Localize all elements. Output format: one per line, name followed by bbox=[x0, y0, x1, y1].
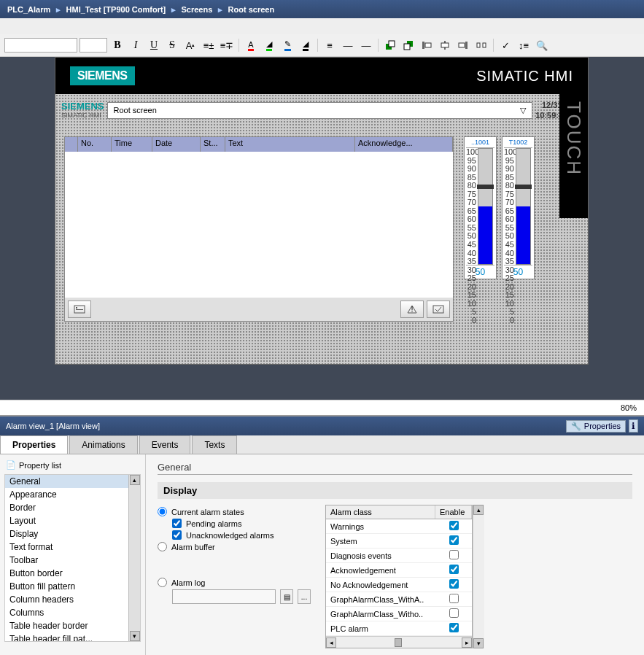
font-size-select[interactable] bbox=[79, 38, 107, 53]
gauge-widget[interactable]: ..1001 100959085807570656055504540353025… bbox=[464, 136, 497, 279]
property-list-scrollbar[interactable]: ▴ ▾ bbox=[128, 475, 140, 641]
fill-button[interactable]: ✎ bbox=[279, 37, 295, 53]
checkbox-unack-input[interactable] bbox=[172, 530, 182, 540]
underline-button[interactable]: U bbox=[146, 37, 162, 53]
distribute-button[interactable] bbox=[473, 37, 489, 53]
tab-properties[interactable]: Properties bbox=[0, 435, 68, 454]
radio-buffer[interactable]: Alarm buffer bbox=[158, 542, 311, 551]
alarm-view-object[interactable]: No. Time Date St... Text Acknowledge... … bbox=[64, 136, 454, 322]
alarm-class-row[interactable]: Diagnosis events bbox=[326, 549, 472, 563]
checkbox-unack[interactable]: Unacknowledged alarms bbox=[172, 530, 311, 540]
checkbox-pending[interactable]: Pending alarms bbox=[172, 519, 311, 528]
bold-button[interactable]: B bbox=[109, 37, 125, 53]
alarm-class-checkbox[interactable] bbox=[449, 608, 459, 618]
alarm-class-checkbox[interactable] bbox=[449, 623, 459, 632]
properties-tab-button[interactable]: 🔧 Properties bbox=[566, 420, 626, 433]
alarm-class-checkbox[interactable] bbox=[449, 550, 459, 559]
radio-current-input[interactable] bbox=[158, 507, 167, 516]
scroll-up-icon[interactable]: ▴ bbox=[473, 505, 484, 515]
alarm-log-browse-button[interactable]: ... bbox=[298, 589, 311, 604]
alarm-class-checkbox[interactable] bbox=[449, 594, 459, 603]
size-decrease-button[interactable]: ≡∓ bbox=[219, 37, 235, 53]
scroll-down-icon[interactable]: ▾ bbox=[130, 631, 140, 641]
zoom-button[interactable]: 🔍 bbox=[534, 37, 550, 53]
property-list-item[interactable]: Button border bbox=[5, 567, 140, 580]
alarm-col-text[interactable]: Text bbox=[225, 137, 355, 152]
layer-button[interactable] bbox=[382, 37, 398, 53]
alarm-class-row[interactable]: PLC alarm bbox=[326, 621, 472, 636]
hmi-screen-body[interactable]: TOUCH SIEMENS SIMATIC HMI Root screen ▽ … bbox=[55, 94, 588, 364]
property-list-item[interactable]: Button fill pattern bbox=[5, 580, 140, 593]
layer-button-2[interactable] bbox=[400, 37, 416, 53]
radio-current-states[interactable]: Current alarm states bbox=[158, 507, 311, 516]
alarm-ack-button[interactable] bbox=[427, 301, 450, 318]
valign-button[interactable]: — bbox=[340, 37, 356, 53]
property-list-item[interactable]: Layout bbox=[5, 514, 140, 527]
alarm-class-checkbox[interactable] bbox=[449, 535, 459, 545]
alarm-col-ack[interactable]: Acknowledge... bbox=[355, 137, 453, 152]
tool-button[interactable]: ✓ bbox=[497, 37, 513, 53]
strikethrough-button[interactable]: S bbox=[164, 37, 180, 53]
gauge-widget[interactable]: T1002 1009590858075706560555045403530252… bbox=[502, 136, 535, 279]
line-color-button[interactable]: ◢ bbox=[298, 37, 314, 53]
property-list-item[interactable]: Toolbar bbox=[5, 554, 140, 567]
radio-buffer-input[interactable] bbox=[158, 542, 167, 551]
property-list-item[interactable]: Columns bbox=[5, 606, 140, 619]
breadcrumb-item[interactable]: Root screen bbox=[228, 5, 275, 14]
tool-button-2[interactable]: ↕≡ bbox=[516, 37, 532, 53]
alarm-col-date[interactable]: Date bbox=[152, 137, 201, 152]
alarm-log-input[interactable] bbox=[172, 589, 276, 604]
italic-button[interactable]: I bbox=[128, 37, 144, 53]
alarm-class-col-header[interactable]: Alarm class bbox=[326, 505, 435, 519]
zoom-value[interactable]: 80% bbox=[621, 403, 637, 412]
alarm-class-checkbox[interactable] bbox=[449, 579, 459, 589]
alarm-class-checkbox[interactable] bbox=[449, 521, 459, 530]
align-left-button[interactable] bbox=[419, 37, 435, 53]
property-list-item[interactable]: Text format bbox=[5, 540, 140, 554]
property-list-item[interactable]: Display bbox=[5, 527, 140, 540]
alarm-col-no[interactable]: No. bbox=[78, 137, 112, 152]
highlight-button[interactable]: ◢ bbox=[261, 37, 277, 53]
tab-texts[interactable]: Texts bbox=[192, 435, 237, 454]
radio-log[interactable]: Alarm log bbox=[158, 578, 311, 587]
scroll-down-icon[interactable]: ▾ bbox=[473, 638, 484, 648]
scroll-left-icon[interactable]: ◂ bbox=[326, 637, 336, 648]
breadcrumb-item[interactable]: PLC_Alarm bbox=[7, 5, 50, 14]
property-list-header[interactable]: 📄 Property list bbox=[4, 459, 141, 471]
alarm-col-time[interactable]: Time bbox=[112, 137, 152, 152]
font-color-button[interactable]: A bbox=[243, 37, 259, 53]
align-center-button[interactable] bbox=[437, 37, 453, 53]
info-tab-button[interactable]: ℹ bbox=[629, 419, 638, 433]
alarm-col-indicator[interactable] bbox=[65, 137, 78, 152]
alarm-info-button[interactable] bbox=[68, 301, 91, 318]
alarm-log-list-button[interactable]: ▤ bbox=[280, 589, 293, 604]
alarm-class-checkbox[interactable] bbox=[449, 565, 459, 574]
alarm-class-row[interactable]: GraphAlarmClass_WithA.. bbox=[326, 592, 472, 607]
property-list-item[interactable]: General bbox=[5, 475, 140, 488]
checkbox-pending-input[interactable] bbox=[172, 519, 182, 528]
scroll-right-icon[interactable]: ▸ bbox=[462, 637, 472, 648]
property-list-item[interactable]: Table header fill pat... bbox=[5, 632, 140, 642]
alarm-class-row[interactable]: Warnings bbox=[326, 519, 472, 534]
outdent-button[interactable]: — bbox=[358, 37, 374, 53]
alarm-class-row[interactable]: No Acknowledgement bbox=[326, 578, 472, 592]
property-list-item[interactable]: Appearance bbox=[5, 488, 140, 501]
alarm-class-row[interactable]: GraphAlarmClass_Witho.. bbox=[326, 607, 472, 621]
enable-col-header[interactable]: Enable bbox=[435, 505, 472, 519]
alarm-class-row[interactable]: System bbox=[326, 534, 472, 549]
alarm-class-hscrollbar[interactable]: ◂ ▸ bbox=[326, 636, 472, 648]
scroll-up-icon[interactable]: ▴ bbox=[130, 475, 140, 485]
tab-events[interactable]: Events bbox=[139, 435, 191, 454]
breadcrumb-item[interactable]: Screens bbox=[182, 5, 213, 14]
align-button[interactable]: ≡ bbox=[322, 37, 338, 53]
screen-dropdown[interactable]: Root screen ▽ bbox=[107, 102, 533, 119]
breadcrumb-item[interactable]: HMI_Test [TP900 Comfort] bbox=[66, 5, 166, 14]
font-family-select[interactable] bbox=[4, 38, 77, 53]
alarm-warning-button[interactable]: ! bbox=[400, 301, 424, 318]
superscript-button[interactable]: A▴ bbox=[182, 37, 198, 53]
property-list-item[interactable]: Column headers bbox=[5, 593, 140, 606]
size-increase-button[interactable]: ≡± bbox=[201, 37, 217, 53]
screen-canvas[interactable]: SIEMENS SIMATIC HMI TOUCH SIEMENS SIMATI… bbox=[0, 57, 644, 400]
property-list-item[interactable]: Table header border bbox=[5, 619, 140, 632]
radio-log-input[interactable] bbox=[158, 578, 167, 587]
